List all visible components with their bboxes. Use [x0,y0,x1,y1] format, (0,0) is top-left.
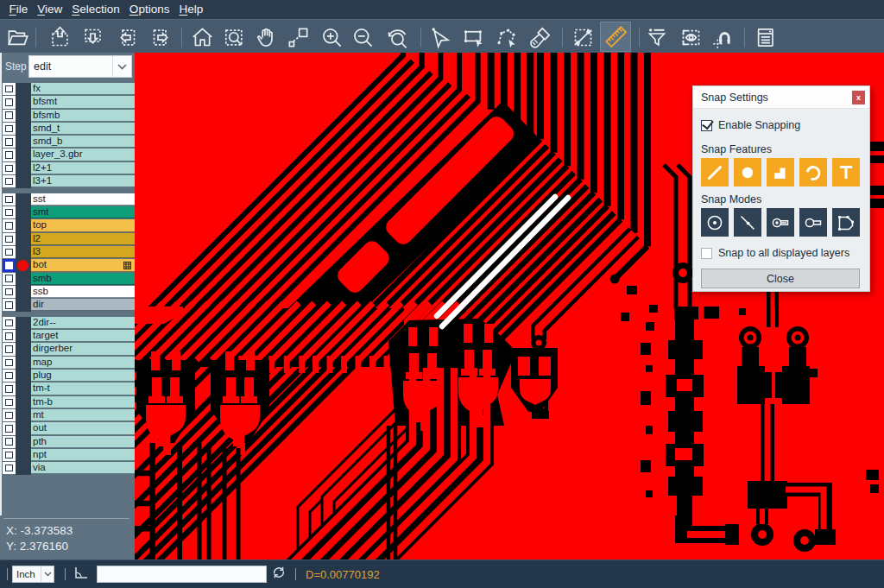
layer-visibility-checkbox[interactable] [3,383,16,395]
layer-name[interactable]: smd_b [31,136,136,148]
layer-visibility-checkbox[interactable] [3,193,16,205]
layer-active-indicator[interactable] [16,149,31,161]
layer-active-indicator[interactable] [16,162,31,175]
toolbar-select-polygon-button[interactable] [492,23,520,51]
snap-closest-button[interactable] [734,208,761,237]
toolbar-report-button[interactable] [751,23,779,51]
toolbar-snap-button[interactable] [709,23,736,51]
toolbar-zoom-window-button[interactable] [221,23,249,51]
layer-name[interactable]: tm-b [31,396,136,408]
toolbar-home-view-button[interactable] [188,23,216,51]
layer-visibility-checkbox[interactable] [3,409,16,421]
layer-name[interactable]: npt [31,449,136,461]
layer-visibility-checkbox[interactable] [3,357,16,369]
layer-active-indicator[interactable] [16,436,31,449]
toolbar-measure-point-button[interactable] [569,23,597,51]
measure-input[interactable] [97,566,267,583]
toolbar-filter-button[interactable] [643,23,671,51]
layer-visibility-checkbox[interactable] [3,136,16,148]
menu-item-options[interactable]: Options [124,0,174,19]
layer-active-indicator[interactable] [16,383,31,395]
snap-profile-button[interactable] [832,208,860,237]
layer-name[interactable]: fx [31,83,136,95]
layer-visibility-checkbox[interactable] [3,370,16,382]
layer-name[interactable]: l2 [31,233,136,245]
layer-active-indicator[interactable] [16,246,31,259]
snap-pad-button[interactable] [734,158,761,187]
layer-name[interactable]: mt [31,409,136,421]
snap-pad-outline-button[interactable] [799,208,827,237]
toolbar-zoom-previous-button[interactable] [383,23,411,51]
toolbar-open-file-button[interactable] [3,23,31,51]
layer-visibility-checkbox[interactable] [3,83,16,95]
dialog-close-action-button[interactable]: Close [701,269,860,288]
toolbar-pan-button[interactable] [252,23,280,51]
layer-active-indicator[interactable] [16,396,31,409]
layer-name[interactable]: layer_3.gbr [31,149,136,161]
toolbar-import-left-button[interactable] [112,23,140,51]
layer-name[interactable]: dirgerber [31,343,136,355]
layer-active-indicator[interactable] [16,317,31,330]
layer-active-indicator[interactable] [16,409,31,422]
layer-name[interactable]: bfsmt [31,96,136,108]
layer-active-indicator[interactable] [16,449,31,462]
menu-item-selection[interactable]: Selection [67,0,125,19]
layer-active-indicator[interactable] [16,233,31,246]
layer-active-indicator[interactable] [16,110,31,123]
layer-active-indicator[interactable] [16,286,31,299]
layer-visibility-checkbox[interactable] [3,286,16,298]
layer-visibility-checkbox[interactable] [3,396,16,408]
snap-arc-button[interactable] [799,158,827,187]
toolbar-select-button[interactable] [426,23,454,51]
toolbar-import-right-button[interactable] [148,23,175,51]
layer-name[interactable]: dir [31,299,136,311]
menu-item-help[interactable]: Help [174,0,208,19]
layer-name[interactable]: bot [31,259,136,271]
unit-select[interactable]: Inch [12,566,54,583]
layer-name[interactable]: ssb [31,286,136,298]
layer-visibility-checkbox[interactable] [3,123,16,135]
toolbar-measure-ruler-button[interactable] [600,22,631,52]
layer-visibility-checkbox[interactable] [3,149,16,161]
layer-active-indicator[interactable] [16,462,31,475]
toolbar-zoom-out-button[interactable] [349,23,376,51]
toolbar-select-rectangle-button[interactable] [459,23,487,51]
layer-visibility-checkbox[interactable] [3,246,16,258]
toolbar-view-options-button[interactable] [677,23,704,51]
layer-visibility-checkbox[interactable] [3,175,16,187]
layer-active-indicator[interactable] [16,83,31,96]
toolbar-import-up-button[interactable] [46,23,73,51]
layer-active-indicator[interactable] [16,370,31,383]
layer-active-indicator[interactable] [16,193,31,206]
layer-visibility-checkbox[interactable] [3,96,16,108]
layer-visibility-checkbox[interactable] [3,330,16,342]
layer-name[interactable]: bfsmb [31,110,136,122]
angle-measure-icon[interactable] [74,566,89,583]
layer-name[interactable]: via [31,462,136,474]
snap-center-button[interactable] [701,208,729,237]
layer-name[interactable]: pth [31,436,136,448]
layer-visibility-checkbox[interactable] [3,449,16,461]
layer-active-indicator[interactable] [16,299,31,312]
dialog-title-bar[interactable]: Snap Settings x [693,86,869,109]
pcb-canvas[interactable]: Snap Settings x Enable Snapping Snap Fea… [135,53,884,560]
toolbar-clean-selection-button[interactable] [526,23,553,51]
toolbar-zoom-object-button[interactable] [284,23,312,51]
layer-visibility-checkbox[interactable] [3,462,16,474]
menu-item-file[interactable]: File [4,0,33,19]
enable-snapping-checkbox[interactable] [701,120,712,131]
layer-visibility-checkbox[interactable] [3,299,16,311]
menu-item-view[interactable]: View [33,0,67,19]
layer-visibility-checkbox[interactable] [3,259,16,271]
layer-name[interactable]: plug [31,370,136,382]
snap-all-layers-checkbox[interactable] [701,248,712,259]
dialog-close-button[interactable]: x [852,91,865,104]
layer-active-indicator[interactable] [16,219,31,232]
layer-name[interactable]: smt [31,206,136,218]
layer-name[interactable]: tm-t [31,383,136,395]
layer-active-indicator[interactable] [16,175,31,188]
refresh-icon[interactable] [272,566,286,583]
layer-name[interactable]: sst [31,193,136,205]
layer-active-indicator[interactable] [16,343,31,356]
layer-active-indicator[interactable] [16,330,31,343]
